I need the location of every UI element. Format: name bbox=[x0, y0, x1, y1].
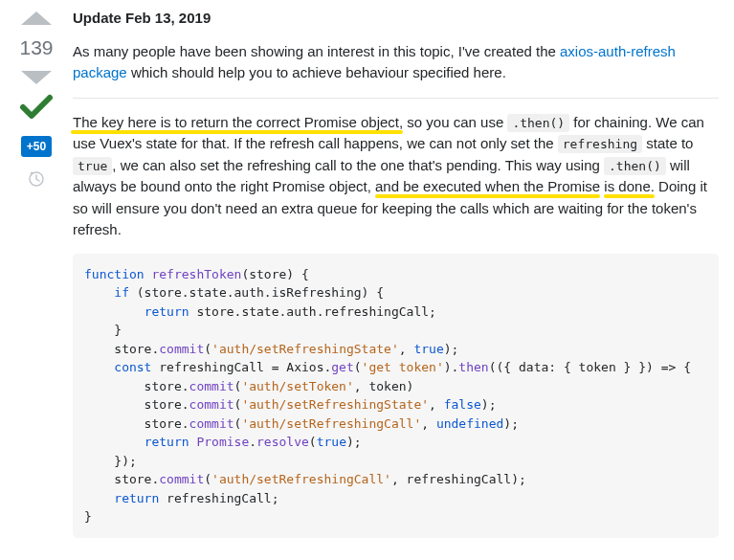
intro-text-2: which should help you to achieve behavio… bbox=[127, 64, 506, 80]
body-t5: , we can also set the refreshing call to… bbox=[112, 157, 604, 173]
highlight-2a: and be executed when the Promise bbox=[375, 178, 600, 194]
divider bbox=[73, 98, 719, 99]
highlight-2b: is done. bbox=[604, 178, 655, 194]
body-t2: so you can use bbox=[403, 114, 507, 130]
code-then-2: .then() bbox=[604, 157, 666, 175]
highlight-1: The key here is to return the correct Pr… bbox=[73, 114, 403, 130]
vote-score: 139 bbox=[19, 33, 53, 63]
code-then-1: .then() bbox=[507, 114, 569, 132]
body-paragraph: The key here is to return the correct Pr… bbox=[73, 112, 719, 241]
vote-column: 139 +50 bbox=[15, 8, 57, 550]
upvote-button[interactable] bbox=[19, 8, 54, 27]
code-block[interactable]: function refreshToken(store) { if (store… bbox=[73, 254, 719, 538]
answer-content: Update Feb 13, 2019 As many people have … bbox=[73, 8, 719, 550]
code-true: true bbox=[73, 157, 112, 175]
bounty-badge: +50 bbox=[21, 136, 52, 157]
intro-paragraph: As many people have been showing an inte… bbox=[73, 41, 719, 84]
timeline-icon[interactable] bbox=[28, 170, 45, 194]
code-refreshing: refreshing bbox=[558, 135, 642, 153]
intro-text-1: As many people have been showing an inte… bbox=[73, 43, 560, 59]
body-t4: state to bbox=[642, 135, 693, 151]
downvote-button[interactable] bbox=[19, 69, 54, 88]
accepted-check-icon bbox=[19, 94, 54, 127]
update-heading: Update Feb 13, 2019 bbox=[73, 8, 719, 30]
